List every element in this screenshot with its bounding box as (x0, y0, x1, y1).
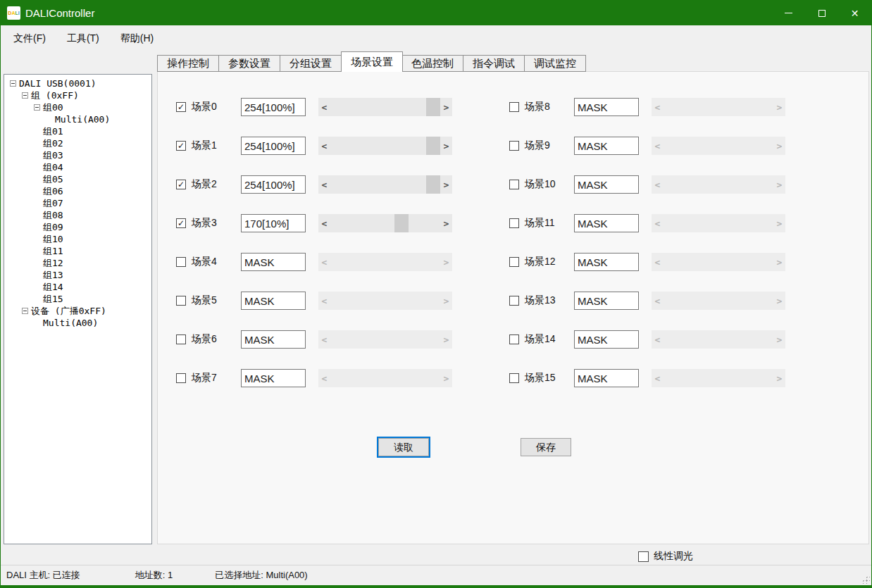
tree-collapse-icon[interactable] (34, 104, 40, 111)
maximize-button[interactable] (805, 1, 838, 25)
scene-checkbox[interactable] (509, 141, 519, 151)
scene-value-input[interactable] (574, 253, 639, 271)
scene-value-input[interactable] (241, 253, 306, 271)
scrollbar-thumb[interactable] (426, 98, 440, 116)
tree-item[interactable]: 组 (0xFF) (4, 89, 151, 101)
tree-item[interactable]: Multi(A00) (4, 113, 151, 125)
scene-checkbox[interactable] (176, 334, 186, 344)
scrollbar-left-arrow-icon[interactable]: < (318, 175, 330, 194)
scene-row: ✓场景3<> (176, 214, 480, 232)
scene-value-input[interactable] (574, 175, 639, 194)
scene-level-scrollbar[interactable]: <> (318, 175, 452, 194)
scene-value-input[interactable] (574, 330, 639, 349)
scene-checkbox[interactable]: ✓ (176, 141, 186, 151)
tab-strip: 操作控制参数设置分组设置场景设置色温控制指令调试调试监控 (157, 54, 586, 72)
menu-help[interactable]: 帮助(H) (113, 29, 161, 49)
menu-tools[interactable]: 工具(T) (60, 29, 106, 49)
scene-value-input[interactable] (241, 214, 306, 232)
tree-item[interactable]: 组06 (4, 185, 151, 197)
status-host-connection: DALI 主机: 已连接 (6, 569, 80, 582)
tree-item[interactable]: 组05 (4, 173, 151, 185)
tree-collapse-icon[interactable] (22, 308, 28, 314)
scene-checkbox[interactable] (176, 373, 186, 383)
scene-checkbox[interactable] (176, 257, 186, 267)
minimize-button[interactable] (772, 1, 805, 25)
close-button[interactable]: ✕ (838, 1, 871, 25)
scrollbar-right-arrow-icon: > (773, 214, 785, 232)
scene-checkbox[interactable] (509, 373, 519, 383)
read-button[interactable]: 读取 (378, 438, 429, 456)
tree-collapse-icon[interactable] (22, 92, 28, 99)
tree-item[interactable]: 组13 (4, 269, 151, 281)
tree-item[interactable]: 组02 (4, 137, 151, 149)
tab-6[interactable]: 指令调试 (463, 55, 525, 72)
scrollbar-thumb[interactable] (426, 175, 440, 194)
scene-value-input[interactable] (574, 137, 639, 155)
scene-checkbox[interactable]: ✓ (176, 180, 186, 189)
tree-item[interactable]: 设备 (广播0xFF) (4, 305, 151, 317)
scene-checkbox[interactable] (176, 296, 186, 306)
tree-item[interactable]: 组14 (4, 281, 151, 293)
tab-3[interactable]: 分组设置 (280, 55, 342, 72)
tab-1[interactable]: 操作控制 (157, 55, 219, 72)
tree-item[interactable]: 组08 (4, 209, 151, 221)
tree-item[interactable]: 组03 (4, 149, 151, 161)
scrollbar-right-arrow-icon: > (440, 330, 452, 349)
scene-value-input[interactable] (574, 369, 639, 387)
scene-value-input[interactable] (241, 98, 306, 116)
tree-item[interactable]: 组15 (4, 293, 151, 305)
scrollbar-left-arrow-icon[interactable]: < (318, 214, 330, 232)
scene-checkbox[interactable] (509, 102, 519, 112)
scene-value-input[interactable] (574, 292, 639, 310)
scene-checkbox[interactable]: ✓ (176, 102, 186, 112)
tree-item[interactable]: 组07 (4, 197, 151, 209)
scene-value-input[interactable] (241, 137, 306, 155)
window-title: DALIController (25, 7, 94, 19)
scene-value-input[interactable] (241, 292, 306, 310)
tree-item[interactable]: Multi(A00) (4, 317, 151, 329)
menu-file[interactable]: 文件(F) (6, 29, 53, 49)
tree-item[interactable]: 组04 (4, 161, 151, 173)
scrollbar-thumb[interactable] (426, 137, 440, 155)
scene-checkbox[interactable]: ✓ (176, 218, 186, 228)
scrollbar-right-arrow-icon: > (440, 292, 452, 310)
tree-item[interactable]: 组01 (4, 125, 151, 137)
scene-checkbox[interactable] (509, 218, 519, 228)
tab-4[interactable]: 场景设置 (341, 51, 403, 72)
scrollbar-right-arrow-icon[interactable]: > (440, 214, 452, 232)
resize-grip[interactable] (860, 574, 870, 584)
scrollbar-right-arrow-icon[interactable]: > (440, 98, 452, 116)
scene-checkbox[interactable] (509, 296, 519, 306)
tree-item[interactable]: DALI USB(0001) (4, 77, 151, 89)
scrollbar-right-arrow-icon[interactable]: > (440, 175, 452, 194)
tree-item-label: 组03 (43, 149, 63, 161)
scrollbar-right-arrow-icon[interactable]: > (440, 137, 452, 155)
tab-5[interactable]: 色温控制 (402, 55, 463, 72)
scene-value-input[interactable] (241, 369, 306, 387)
scrollbar-thumb[interactable] (394, 214, 409, 232)
scene-level-scrollbar: <> (652, 98, 785, 116)
scene-level-scrollbar[interactable]: <> (318, 98, 452, 116)
scene-value-input[interactable] (574, 214, 639, 232)
scene-checkbox[interactable] (509, 334, 519, 344)
scrollbar-left-arrow-icon[interactable]: < (318, 98, 330, 116)
save-button[interactable]: 保存 (521, 438, 571, 456)
scrollbar-left-arrow-icon: < (652, 253, 664, 271)
tree-item[interactable]: 组11 (4, 245, 151, 257)
scene-value-input[interactable] (574, 98, 639, 116)
tree-item[interactable]: 组10 (4, 233, 151, 245)
scene-checkbox[interactable] (509, 257, 519, 267)
scrollbar-left-arrow-icon[interactable]: < (318, 137, 330, 155)
scene-level-scrollbar[interactable]: <> (318, 137, 452, 155)
tab-7[interactable]: 调试监控 (525, 55, 586, 72)
tree-item[interactable]: 组12 (4, 257, 151, 269)
linear-dimming-checkbox[interactable] (638, 551, 649, 562)
scene-value-input[interactable] (241, 175, 306, 194)
scene-checkbox[interactable] (509, 180, 519, 189)
tree-collapse-icon[interactable] (10, 80, 16, 87)
scene-level-scrollbar[interactable]: <> (318, 214, 452, 232)
tree-item[interactable]: 组00 (4, 101, 151, 113)
scene-value-input[interactable] (241, 330, 306, 349)
tab-2[interactable]: 参数设置 (219, 55, 280, 72)
tree-item[interactable]: 组09 (4, 221, 151, 233)
